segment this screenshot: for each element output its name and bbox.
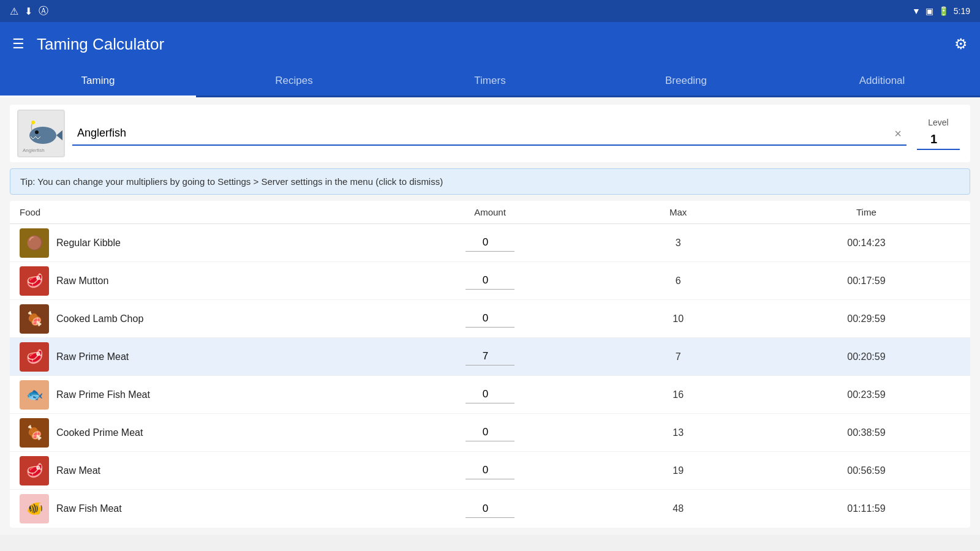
tab-additional[interactable]: Additional bbox=[784, 66, 980, 96]
amount-cell-5 bbox=[396, 424, 584, 441]
food-icon-4: 🐟 bbox=[20, 380, 49, 410]
amount-input-0[interactable] bbox=[466, 234, 514, 252]
food-cell: 🍖 Cooked Prime Meat bbox=[20, 418, 396, 448]
time-cell-7: 01:11:59 bbox=[772, 503, 960, 514]
status-bar-right: ▼ ▣ 🔋 5:19 bbox=[912, 6, 970, 16]
table-row: 🐠 Raw Fish Meat 48 01:11:59 bbox=[10, 490, 970, 528]
svg-text:Anglerfish: Anglerfish bbox=[23, 148, 45, 153]
tab-recipes[interactable]: Recipes bbox=[196, 66, 392, 96]
max-cell-5: 13 bbox=[584, 427, 772, 438]
table-row: 🐟 Raw Prime Fish Meat 16 00:23:59 bbox=[10, 376, 970, 414]
amount-cell-6 bbox=[396, 462, 584, 479]
wifi-icon: ▼ bbox=[912, 6, 921, 16]
food-name-7: Raw Fish Meat bbox=[56, 503, 122, 514]
hamburger-menu-button[interactable]: ☰ bbox=[12, 36, 24, 52]
food-name-5: Cooked Prime Meat bbox=[56, 427, 143, 438]
table-row: 🥩 Raw Mutton 6 00:17:59 bbox=[10, 262, 970, 300]
max-cell-6: 19 bbox=[584, 465, 772, 476]
level-wrap: Level bbox=[914, 118, 963, 150]
food-name-6: Raw Meat bbox=[56, 465, 100, 476]
clear-search-button[interactable]: × bbox=[894, 127, 902, 141]
creature-avatar: Anglerfish bbox=[17, 110, 65, 157]
signal-icon: ▣ bbox=[925, 6, 933, 16]
table-header: Food Amount Max Time bbox=[10, 201, 970, 224]
amount-cell-2 bbox=[396, 310, 584, 328]
food-icon-7: 🐠 bbox=[20, 494, 49, 523]
table-row: 🥩 Raw Meat 19 00:56:59 bbox=[10, 452, 970, 490]
header-max: Max bbox=[584, 207, 772, 217]
svg-point-0 bbox=[29, 127, 56, 144]
accessibility-icon: Ⓐ bbox=[39, 5, 48, 18]
time-cell-1: 00:17:59 bbox=[772, 276, 960, 287]
table-row: 🥩 Raw Prime Meat 7 00:20:59 bbox=[10, 338, 970, 376]
amount-cell-7 bbox=[396, 500, 584, 518]
food-icon-1: 🥩 bbox=[20, 266, 49, 296]
amount-input-6[interactable] bbox=[466, 462, 514, 479]
amount-input-1[interactable] bbox=[466, 272, 514, 290]
food-cell: 🐟 Raw Prime Fish Meat bbox=[20, 380, 396, 410]
clock: 5:19 bbox=[954, 6, 970, 16]
amount-cell-4 bbox=[396, 386, 584, 403]
food-name-0: Regular Kibble bbox=[56, 238, 121, 249]
food-cell: 🥩 Raw Prime Meat bbox=[20, 342, 396, 372]
tab-taming[interactable]: Taming bbox=[0, 66, 196, 96]
level-input[interactable] bbox=[917, 130, 960, 150]
max-cell-7: 48 bbox=[584, 503, 772, 514]
creature-selector-row: Anglerfish × Level bbox=[10, 105, 970, 162]
food-cell: 🥩 Raw Meat bbox=[20, 456, 396, 485]
nav-tabs: Taming Recipes Timers Breeding Additiona… bbox=[0, 66, 980, 97]
time-cell-3: 00:20:59 bbox=[772, 351, 960, 362]
tab-breeding[interactable]: Breeding bbox=[588, 66, 784, 96]
app-bar: ☰ Taming Calculator ⚙ bbox=[0, 22, 980, 66]
amount-cell-0 bbox=[396, 234, 584, 252]
food-name-4: Raw Prime Fish Meat bbox=[56, 389, 150, 400]
content-area: Anglerfish × Level Tip: You can change y… bbox=[0, 97, 980, 535]
time-cell-2: 00:29:59 bbox=[772, 313, 960, 324]
food-icon-6: 🥩 bbox=[20, 456, 49, 485]
max-cell-0: 3 bbox=[584, 238, 772, 249]
max-cell-3: 7 bbox=[584, 351, 772, 362]
food-cell: 🟤 Regular Kibble bbox=[20, 228, 396, 258]
food-icon-0: 🟤 bbox=[20, 228, 49, 258]
food-icon-2: 🍖 bbox=[20, 304, 49, 334]
table-row: 🍖 Cooked Lamb Chop 10 00:29:59 bbox=[10, 300, 970, 338]
tip-banner[interactable]: Tip: You can change your multipliers by … bbox=[10, 168, 970, 195]
app-bar-left: ☰ Taming Calculator bbox=[12, 35, 164, 54]
amount-cell-1 bbox=[396, 272, 584, 290]
anglerfish-image: Anglerfish bbox=[20, 112, 62, 155]
svg-marker-1 bbox=[56, 129, 62, 141]
settings-button[interactable]: ⚙ bbox=[954, 36, 968, 53]
max-cell-1: 6 bbox=[584, 276, 772, 287]
food-name-1: Raw Mutton bbox=[56, 276, 108, 287]
creature-search-wrap: × bbox=[72, 122, 907, 146]
amount-input-5[interactable] bbox=[466, 424, 514, 441]
status-bar: ⚠ ⬇ Ⓐ ▼ ▣ 🔋 5:19 bbox=[0, 0, 980, 22]
food-rows-container: 🟤 Regular Kibble 3 00:14:23 🥩 Raw Mutton… bbox=[10, 224, 970, 528]
time-cell-4: 00:23:59 bbox=[772, 389, 960, 400]
food-cell: 🥩 Raw Mutton bbox=[20, 266, 396, 296]
time-cell-6: 00:56:59 bbox=[772, 465, 960, 476]
food-icon-3: 🥩 bbox=[20, 342, 49, 372]
status-bar-left: ⚠ ⬇ Ⓐ bbox=[10, 5, 48, 18]
food-name-3: Raw Prime Meat bbox=[56, 351, 129, 362]
amount-input-3[interactable] bbox=[466, 348, 514, 365]
max-cell-4: 16 bbox=[584, 389, 772, 400]
svg-point-3 bbox=[31, 121, 35, 124]
food-name-2: Cooked Lamb Chop bbox=[56, 313, 143, 324]
amount-input-7[interactable] bbox=[466, 500, 514, 518]
table-row: 🟤 Regular Kibble 3 00:14:23 bbox=[10, 224, 970, 262]
food-table: Food Amount Max Time 🟤 Regular Kibble 3 … bbox=[10, 201, 970, 528]
warning-icon: ⚠ bbox=[10, 6, 18, 17]
food-cell: 🐠 Raw Fish Meat bbox=[20, 494, 396, 523]
creature-search-input[interactable] bbox=[72, 122, 907, 146]
header-amount: Amount bbox=[396, 207, 584, 217]
amount-input-2[interactable] bbox=[466, 310, 514, 328]
tab-timers[interactable]: Timers bbox=[392, 66, 588, 96]
amount-input-4[interactable] bbox=[466, 386, 514, 403]
header-food: Food bbox=[20, 207, 396, 217]
food-icon-5: 🍖 bbox=[20, 418, 49, 448]
food-cell: 🍖 Cooked Lamb Chop bbox=[20, 304, 396, 334]
header-time: Time bbox=[772, 207, 960, 217]
table-row: 🍖 Cooked Prime Meat 13 00:38:59 bbox=[10, 414, 970, 452]
app-title: Taming Calculator bbox=[37, 35, 164, 54]
